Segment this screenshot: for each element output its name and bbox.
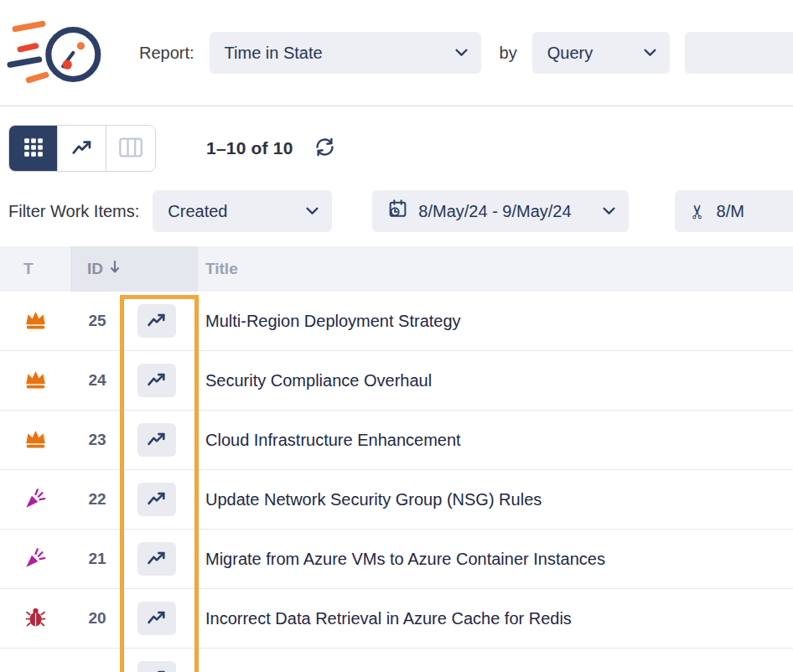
- filter-field-select[interactable]: Created: [153, 190, 332, 232]
- trend-chart-icon: [70, 136, 94, 162]
- work-item-title[interactable]: Security Compliance Overhaul: [198, 371, 793, 390]
- scissors-icon: ✂: [687, 203, 709, 219]
- filter-label: Filter Work Items:: [8, 202, 139, 221]
- partial-icon: [24, 666, 47, 672]
- work-item-title[interactable]: Incorrect Data Retrieval in Azure Cache …: [198, 609, 793, 628]
- work-item-title[interactable]: Cloud Infrastructure Enhancement: [198, 431, 793, 450]
- column-header-id-label: ID: [87, 260, 103, 278]
- group-by-select[interactable]: Query: [532, 32, 670, 74]
- work-item-id: 22: [70, 490, 124, 509]
- sprint-filter-value: 8/M: [717, 202, 744, 221]
- grid-icon: [23, 137, 44, 161]
- trend-chart-icon: [146, 488, 168, 512]
- grid-view-button[interactable]: [9, 126, 58, 171]
- board-icon: [118, 137, 143, 161]
- report-scope-select[interactable]: [685, 32, 793, 74]
- date-range-select[interactable]: 8/May/24 - 9/May/24: [372, 190, 629, 232]
- epic-icon: [24, 369, 47, 393]
- work-items-table: T ID Title 25 Multi-Region Deployment St…: [0, 246, 793, 672]
- calendar-clock-icon: [387, 199, 408, 224]
- work-item-title[interactable]: Update Network Security Group (NSG) Rule…: [198, 490, 793, 509]
- column-header-title[interactable]: Title: [198, 246, 793, 292]
- bug-icon: [25, 606, 46, 631]
- open-chart-button[interactable]: [137, 542, 176, 576]
- view-toggle-group: [8, 125, 156, 172]
- group-by-value: Query: [547, 44, 593, 63]
- work-item-title[interactable]: Migrate from Azure VMs to Azure Containe…: [198, 550, 793, 569]
- trend-chart-icon: [146, 547, 168, 571]
- chevron-down-icon: [455, 49, 468, 57]
- trend-chart-icon: [146, 309, 168, 333]
- chart-view-button[interactable]: [58, 126, 106, 171]
- refresh-button[interactable]: [314, 136, 336, 161]
- trend-chart-icon: [146, 666, 168, 672]
- chevron-down-icon: [306, 207, 319, 215]
- work-item-id: 20: [70, 609, 124, 628]
- table-row: 20 Incorrect Data Retrieval in Azure Cac…: [0, 589, 793, 649]
- trend-chart-icon: [146, 369, 168, 393]
- column-header-type[interactable]: T: [0, 246, 70, 292]
- table-row: 25 Multi-Region Deployment Strategy: [0, 292, 793, 351]
- app-logo-icon: [7, 12, 109, 97]
- view-toolbar: 1–10 of 10: [8, 125, 793, 172]
- table-row: 24 Security Compliance Overhaul: [0, 351, 793, 411]
- work-item-id: 24: [70, 371, 124, 390]
- feature-icon: [24, 546, 47, 572]
- table-row: [0, 649, 793, 672]
- open-chart-button[interactable]: [137, 364, 176, 397]
- filter-bar: Filter Work Items: Created 8/May/24 - 9/…: [8, 190, 793, 232]
- report-header: Report: Time in State by Query: [0, 0, 793, 106]
- sprint-filter-select[interactable]: ✂ 8/M: [675, 190, 793, 232]
- date-range-value: 8/May/24 - 9/May/24: [418, 202, 571, 221]
- table-row: 21 Migrate from Azure VMs to Azure Conta…: [0, 530, 793, 589]
- chevron-down-icon: [603, 207, 615, 215]
- open-chart-button[interactable]: [137, 661, 176, 672]
- work-item-id: 25: [70, 312, 124, 330]
- table-row: 22 Update Network Security Group (NSG) R…: [0, 470, 793, 530]
- table-header-row: T ID Title: [0, 246, 793, 292]
- board-view-button[interactable]: [106, 126, 155, 171]
- report-type-value: Time in State: [225, 44, 323, 63]
- trend-chart-icon: [146, 428, 168, 452]
- work-item-title[interactable]: Multi-Region Deployment Strategy: [198, 312, 793, 331]
- filter-field-value: Created: [168, 202, 227, 221]
- open-chart-button[interactable]: [137, 483, 176, 516]
- open-chart-button[interactable]: [137, 602, 176, 635]
- open-chart-button[interactable]: [137, 423, 176, 457]
- report-type-select[interactable]: Time in State: [210, 32, 481, 74]
- by-label: by: [500, 44, 517, 63]
- table-row: 23 Cloud Infrastructure Enhancement: [0, 411, 793, 470]
- report-label: Report:: [139, 44, 194, 63]
- feature-icon: [24, 487, 47, 513]
- trend-chart-icon: [146, 607, 168, 631]
- work-item-id: 23: [70, 431, 124, 449]
- epic-icon: [24, 309, 47, 333]
- result-count: 1–10 of 10: [206, 138, 293, 158]
- sort-descending-icon: [109, 260, 121, 278]
- chevron-down-icon: [644, 49, 656, 57]
- column-header-id[interactable]: ID: [70, 246, 198, 292]
- table-body: 25 Multi-Region Deployment Strategy 24 S…: [0, 292, 793, 672]
- work-item-id: 21: [70, 550, 124, 568]
- epic-icon: [24, 428, 47, 452]
- open-chart-button[interactable]: [137, 304, 176, 338]
- refresh-icon: [314, 136, 336, 161]
